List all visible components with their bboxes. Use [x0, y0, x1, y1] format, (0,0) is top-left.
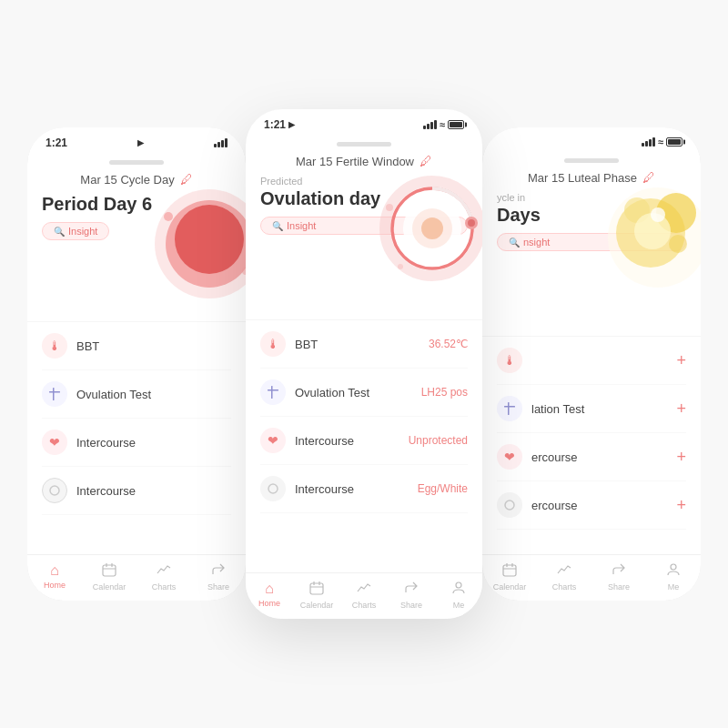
svg-point-38	[505, 500, 514, 510]
nav-charts-center[interactable]: Charts	[340, 581, 388, 610]
data-row-ovulation-left: Ovulation Test	[42, 370, 231, 419]
ovulation-illustration	[364, 167, 482, 298]
nav-share-label-left: Share	[207, 582, 229, 592]
svg-point-3	[164, 212, 173, 221]
intercourse1-value-center: Unprotected	[409, 434, 468, 447]
data-row-bbt-right: 🌡 +	[497, 337, 686, 385]
intercourse1-label-right: ercourse	[531, 450, 667, 464]
nav-share-center[interactable]: Share	[388, 581, 435, 610]
svg-point-2	[175, 205, 244, 274]
location-icon-center: ▶	[288, 120, 295, 129]
nav-home-center[interactable]: ⌂ Home	[246, 581, 293, 610]
charts-icon-center	[357, 581, 371, 599]
intercourse2-label-center: Intercourse	[295, 482, 409, 496]
svg-rect-24	[310, 583, 323, 594]
intercourse2-icon-left	[42, 478, 67, 503]
svg-point-43	[671, 564, 676, 570]
bbt-icon-right: 🌡	[497, 348, 522, 373]
share-icon-left	[211, 562, 226, 581]
nav-charts-label-right: Charts	[552, 582, 577, 592]
hero-left: Period Day 6 🔍 Insight	[27, 194, 246, 312]
hero-center: Predicted Ovulation day 🔍 Insight	[246, 176, 482, 312]
nav-home-label-left: Home	[44, 581, 66, 590]
nav-home-label-center: Home	[258, 599, 280, 608]
status-icons-right: ≈	[642, 136, 682, 147]
nav-charts-right[interactable]: Charts	[537, 562, 592, 592]
data-row-bbt-center: 🌡 BBT 36.52℃	[260, 320, 468, 369]
luteal-illustration	[578, 178, 701, 314]
svg-point-35	[651, 207, 665, 222]
svg-rect-37	[504, 406, 515, 408]
nav-me-center[interactable]: Me	[435, 581, 482, 610]
nav-me-right[interactable]: Me	[646, 562, 701, 592]
nav-charts-left[interactable]: Charts	[136, 562, 191, 592]
status-bar-center: 1:21 ▶ ≈	[246, 109, 482, 135]
svg-point-18	[468, 219, 475, 227]
wifi-icon-right: ≈	[658, 136, 663, 147]
wifi-icon-center: ≈	[440, 119, 445, 130]
svg-rect-36	[508, 402, 510, 415]
bbt-icon-left: 🌡	[42, 333, 67, 359]
ovulation-icon-right	[497, 396, 522, 421]
luteal-svg	[578, 178, 701, 310]
bbt-label-center: BBT	[295, 338, 420, 351]
add-intercourse1-right[interactable]: +	[676, 448, 686, 467]
intercourse2-value-center: Egg/White	[418, 482, 468, 495]
ovulation-icon-left	[42, 381, 67, 407]
nav-share-right[interactable]: Share	[592, 562, 646, 592]
ovulation-value-center: LH25 pos	[421, 386, 468, 399]
signal-right	[642, 137, 655, 147]
period-svg	[127, 180, 246, 308]
nav-share-label-right: Share	[608, 582, 630, 592]
svg-point-19	[386, 204, 393, 211]
share-icon-right	[612, 562, 626, 581]
search-icon-center: 🔍	[272, 221, 283, 231]
period-illustration	[127, 180, 246, 311]
nav-calendar-right[interactable]: Calendar	[482, 562, 537, 592]
intercourse1-label-left: Intercourse	[76, 436, 231, 450]
status-icons-center: ≈	[423, 119, 464, 130]
add-bbt-right[interactable]: +	[676, 351, 686, 370]
search-icon-right: 🔍	[509, 238, 520, 248]
svg-point-16	[421, 217, 443, 239]
hero-right: ycle in Days 🔍 nsight	[482, 192, 701, 329]
signal-left	[214, 138, 228, 147]
nav-calendar-center[interactable]: Calendar	[293, 581, 340, 610]
bbt-value-center: 36.52℃	[429, 338, 468, 350]
ovulation-svg	[364, 167, 482, 294]
insight-label-right: nsight	[523, 237, 550, 248]
home-icon-center: ⌂	[265, 581, 274, 597]
nav-calendar-label-left: Calendar	[93, 582, 126, 592]
me-icon-center	[451, 581, 466, 599]
time-left: 1:21	[46, 136, 67, 149]
share-icon-center	[404, 581, 419, 599]
nav-home-left[interactable]: ⌂ Home	[27, 562, 82, 592]
nav-calendar-left[interactable]: Calendar	[82, 562, 136, 592]
phone-left: 1:21 ▶ Mar 15 Cycle Day 🖊 Period Day 6	[27, 127, 246, 601]
add-ovulation-right[interactable]: +	[676, 399, 686, 419]
svg-point-28	[456, 582, 461, 588]
data-row-intercourse1-right: ❤ ercourse +	[497, 433, 686, 481]
nav-calendar-label-center: Calendar	[300, 601, 334, 610]
add-intercourse2-right[interactable]: +	[676, 496, 686, 515]
insight-btn-left[interactable]: 🔍 Insight	[42, 222, 109, 240]
data-row-bbt-left: 🌡 BBT	[42, 322, 231, 370]
ovulation-label-left: Ovulation Test	[76, 388, 231, 401]
svg-rect-21	[271, 386, 273, 399]
ovulation-label-right: lation Test	[531, 402, 667, 416]
battery-right	[666, 137, 682, 147]
svg-rect-39	[503, 565, 516, 576]
time-center: 1:21	[264, 118, 286, 131]
intercourse2-label-right: ercourse	[531, 499, 667, 512]
svg-rect-8	[103, 565, 116, 576]
insight-label-center: Insight	[287, 220, 316, 231]
nav-me-label-center: Me	[453, 601, 465, 610]
status-icons-left	[214, 138, 228, 147]
bottom-nav-center: ⌂ Home Calendar Charts Share	[246, 572, 482, 619]
phone-right: ≈ Mar 15 Luteal Phase 🖊 ycle in Days 🔍	[482, 127, 701, 601]
data-section-center: 🌡 BBT 36.52℃ Ovulation Test LH25 pos ❤ I…	[246, 319, 482, 572]
nav-share-left[interactable]: Share	[191, 562, 246, 592]
calendar-icon-right	[502, 562, 517, 581]
insight-label-left: Insight	[68, 226, 97, 237]
search-icon-left: 🔍	[54, 227, 65, 237]
